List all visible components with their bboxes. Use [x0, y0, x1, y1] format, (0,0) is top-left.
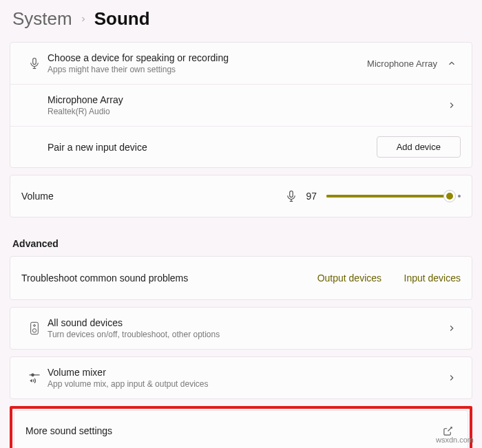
- mixer-subtitle: App volume mix, app input & output devic…: [48, 379, 447, 389]
- chevron-right-icon: [447, 373, 461, 383]
- chevron-up-icon: [447, 58, 461, 68]
- page-title: Sound: [94, 8, 150, 30]
- troubleshoot-card: Troubleshoot common sound problems Outpu…: [10, 256, 472, 300]
- pair-device-row: Pair a new input device Add device: [10, 126, 472, 167]
- choose-device-title: Choose a device for speaking or recordin…: [48, 52, 367, 63]
- mixer-title: Volume mixer: [48, 367, 447, 378]
- all-devices-title: All sound devices: [48, 317, 447, 328]
- advanced-heading: Advanced: [12, 238, 472, 249]
- troubleshoot-label: Troubleshoot common sound problems: [21, 273, 188, 284]
- watermark: wsxdn.com: [436, 436, 474, 444]
- microphone-icon: [21, 57, 48, 70]
- svg-rect-0: [33, 58, 36, 65]
- current-device-label: Microphone Array: [367, 58, 437, 69]
- add-device-button[interactable]: Add device: [377, 136, 461, 158]
- microphone-icon: [285, 190, 297, 202]
- device-name: Microphone Array: [48, 94, 447, 105]
- volume-slider[interactable]: [326, 189, 454, 203]
- speaker-icon: [21, 321, 48, 335]
- volume-card: Volume 97: [10, 175, 472, 217]
- annotation-highlight: More sound settings: [10, 406, 472, 448]
- chevron-right-icon: [79, 15, 87, 23]
- more-sound-settings-row[interactable]: More sound settings: [14, 410, 468, 448]
- breadcrumb: System Sound: [10, 8, 472, 30]
- volume-value: 97: [306, 191, 317, 202]
- chevron-right-icon: [447, 323, 461, 333]
- input-device-card: Choose a device for speaking or recordin…: [10, 42, 472, 168]
- all-devices-subtitle: Turn devices on/off, troubleshoot, other…: [48, 330, 447, 339]
- more-settings-title: More sound settings: [25, 425, 443, 436]
- input-devices-link[interactable]: Input devices: [404, 273, 461, 284]
- choose-device-subtitle: Apps might have their own settings: [48, 65, 367, 74]
- svg-point-7: [34, 325, 36, 327]
- all-sound-devices-row[interactable]: All sound devices Turn devices on/off, t…: [10, 307, 472, 350]
- mixer-icon: [21, 371, 48, 385]
- device-driver: Realtek(R) Audio: [48, 107, 447, 116]
- microphone-array-row[interactable]: Microphone Array Realtek(R) Audio: [10, 84, 472, 126]
- svg-rect-3: [290, 191, 293, 198]
- volume-label: Volume: [21, 191, 54, 202]
- output-devices-link[interactable]: Output devices: [317, 273, 381, 284]
- chevron-right-icon: [447, 100, 461, 110]
- svg-point-10: [32, 374, 34, 376]
- choose-device-row[interactable]: Choose a device for speaking or recordin…: [10, 43, 472, 84]
- open-external-icon: [443, 426, 457, 436]
- svg-line-11: [448, 427, 452, 431]
- svg-point-8: [32, 329, 36, 332]
- breadcrumb-parent[interactable]: System: [12, 8, 72, 30]
- volume-mixer-row[interactable]: Volume mixer App volume mix, app input &…: [10, 356, 472, 399]
- pair-device-label: Pair a new input device: [48, 142, 147, 153]
- slider-end-marker: [458, 195, 461, 198]
